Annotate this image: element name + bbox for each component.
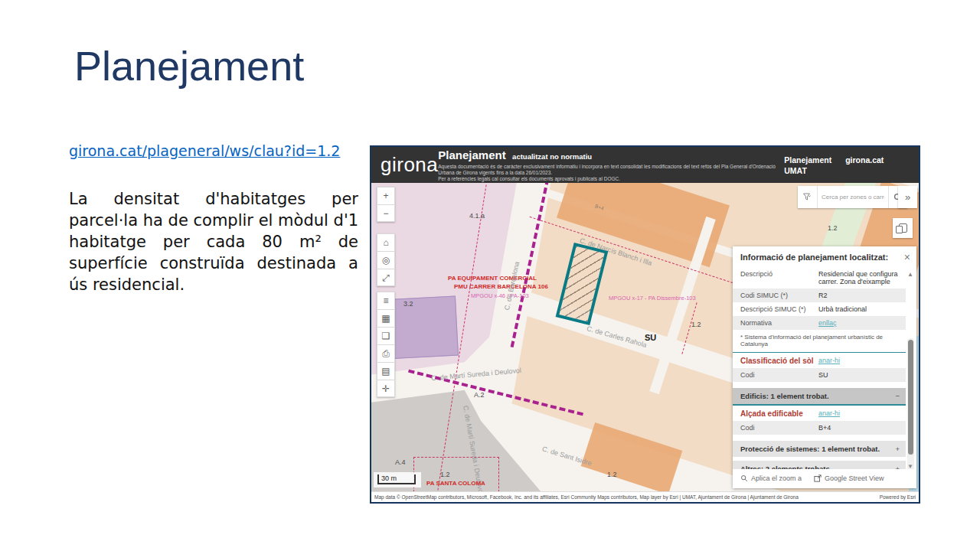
anar-hi-link[interactable]: anar-hi [818, 409, 840, 418]
zoom-out-button[interactable]: − [377, 204, 395, 222]
group-proteccio[interactable]: Protecció de sistemes: 1 element trobat.… [733, 441, 906, 457]
normativa-link[interactable]: enllaç [818, 319, 903, 327]
row-label: Descripció SIMUC (*) [740, 305, 818, 313]
table-row: Codi SIMUC (*) R2 [733, 289, 906, 302]
group-header-label: Protecció de sistemes: 1 element trobat. [740, 445, 880, 453]
row-label: Codi [740, 424, 818, 432]
app-header: girona Planejament actualitzat no normat… [371, 147, 919, 183]
layers-button[interactable]: ❏ [377, 327, 395, 344]
close-icon[interactable]: × [904, 253, 910, 262]
nav-umat[interactable]: UMAT [784, 166, 831, 175]
table-row: Normativa enllaç [733, 316, 906, 330]
legend-button[interactable]: ≡ [377, 292, 395, 309]
attribution-text: Map data © OpenStreetMap contributors, M… [374, 494, 799, 500]
apply-zoom-action[interactable]: Aplica el zoom a [740, 474, 802, 482]
row-value: Urbà tradicional [818, 305, 903, 313]
locate-button[interactable]: ◎ [377, 251, 395, 269]
panel-footnote: * Sistema d'informació del planejament u… [733, 330, 906, 352]
scale-label: 30 m [381, 474, 397, 482]
pmu-carrer-label: PMU CARRER BARCELONA 106 [454, 283, 548, 290]
body-text: La densitat d'habitatges per parcel·la h… [69, 188, 358, 295]
table-row: Classificació del sòl anar-hi [733, 353, 906, 368]
pa-santa-coloma-label: PA SANTA COLOMA [426, 480, 485, 487]
page-title: Planejament [74, 42, 304, 90]
zone-label: 1.2 [828, 224, 838, 232]
group-header-label: Edificis: 1 element trobat. [740, 392, 829, 400]
extent-button[interactable]: ⤢ [377, 269, 395, 286]
zoom-in-button[interactable]: + [377, 187, 395, 204]
row-value: B+4 [818, 424, 903, 432]
row-value: R2 [818, 292, 903, 299]
collapse-icon[interactable]: − [895, 392, 900, 400]
row-label: Codi SIMUC (*) [740, 292, 818, 299]
collapse-search-button[interactable]: » [898, 186, 917, 208]
row-label: Codi [740, 371, 818, 379]
scale-bar: 30 m [374, 472, 421, 487]
nav-girona-cat[interactable]: girona.cat [845, 155, 884, 165]
zone-label: A.2 [474, 391, 485, 399]
anar-hi-link[interactable]: anar-hi [818, 357, 840, 365]
expand-icon[interactable]: + [895, 445, 900, 453]
powered-by-esri: Powered by Esri [880, 494, 916, 500]
group-edificis[interactable]: Edificis: 1 element trobat. − [733, 388, 906, 406]
duplicate-view-icon [899, 223, 907, 233]
row-value: Residencial que configura carrer. Zona d… [818, 270, 903, 285]
nav-planejament[interactable]: Planejament [784, 155, 831, 165]
table-row: Descripció Residencial que configura car… [733, 267, 906, 289]
panel-scrollbar[interactable] [907, 338, 914, 472]
table-row: Codi SU [733, 368, 906, 382]
measure-button[interactable]: ▤ [377, 362, 395, 380]
table-row: Codi B+4 [733, 421, 906, 435]
street-view-label: Google Street View [825, 474, 884, 482]
search-widget [798, 186, 907, 208]
print-button[interactable]: ⎙ [377, 344, 395, 362]
disclaimer-line-2: Per a referències legals cal consultar e… [438, 176, 784, 182]
search-filter-icon[interactable] [798, 186, 818, 208]
mpgou-label: MPGOU x-46 / PA-103 [471, 292, 529, 299]
row-value: SU [818, 371, 903, 379]
alcada-label: Alçada edificable [740, 409, 818, 418]
zone-label: 1.2 [607, 471, 617, 478]
su-label: SU [645, 333, 656, 342]
table-row: Descripció SIMUC (*) Urbà tradicional [733, 302, 906, 316]
home-button[interactable]: ⌂ [377, 233, 395, 251]
zone-label: 3.2 [403, 300, 413, 308]
row-label: Descripció [740, 270, 818, 285]
disclaimer-line-1: Aquesta documentació és de caràcter excl… [438, 164, 784, 176]
move-button[interactable]: ✛ [377, 380, 395, 397]
panel-title: Informació de planejament localitzat: [740, 253, 888, 262]
street-view-action[interactable]: Google Street View [814, 474, 884, 482]
reference-link[interactable]: girona.cat/plageneral/ws/clau?id=1.2 [69, 142, 340, 159]
app-nav: Planejament UMAT girona.cat [784, 155, 884, 175]
girona-logo: girona [381, 153, 438, 177]
panel-footer: Aplica el zoom a Google Street View [733, 469, 916, 488]
zone-label: A.4 [395, 458, 406, 466]
zone-label: 1.2 [691, 321, 701, 328]
scrollbar-thumb[interactable] [908, 340, 913, 455]
table-row: Alçada edificable anar-hi [733, 406, 906, 421]
mpgou-label: MPGOU x-17 - PA Dissembre-103 [609, 295, 696, 302]
map-attribution: Map data © OpenStreetMap contributors, M… [371, 491, 919, 502]
pa-equipament-label: PA EQUIPAMENT COMERCIAL [448, 275, 537, 282]
search-input[interactable] [818, 186, 888, 208]
zone-label: 1.2 [440, 471, 450, 478]
apply-zoom-label: Aplica el zoom a [751, 474, 802, 482]
map-screenshot: girona Planejament actualitzat no normat… [370, 145, 920, 504]
classificacio-label: Classificació del sòl [740, 357, 818, 365]
zoom-icon [740, 474, 748, 482]
basemap-button[interactable]: ▦ [377, 309, 395, 327]
app-subtitle: actualitzat no normatiu [512, 152, 592, 161]
duplicate-view-button[interactable] [893, 218, 913, 238]
zone-label: 4.1.a [469, 212, 485, 220]
slide: Planejament girona.cat/plageneral/ws/cla… [0, 0, 980, 551]
map-canvas[interactable]: 4.1.a 1.2 PA EQUIPAMENT COMERCIAL PMU CA… [371, 183, 919, 491]
app-titles: Planejament actualitzat no normatiu Aque… [438, 148, 784, 182]
launch-icon [814, 474, 822, 482]
info-panel: Informació de planejament localitzat: × … [733, 246, 916, 488]
app-title: Planejament [438, 148, 505, 161]
panel-rows: Descripció Residencial que configura car… [733, 267, 906, 477]
row-label: Normativa [740, 319, 818, 327]
scroll-up-icon[interactable]: ▲ [907, 271, 913, 278]
